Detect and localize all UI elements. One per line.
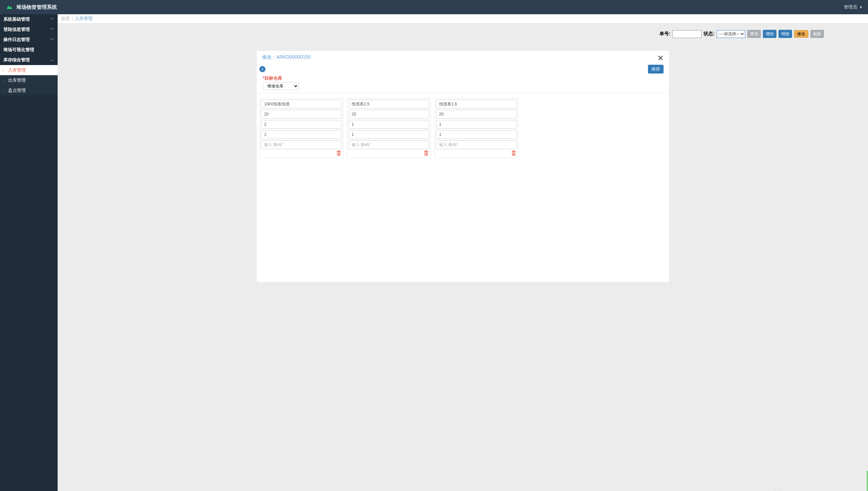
user-name: 管理员 xyxy=(844,4,857,10)
app-title: 堆场物资管理系统 xyxy=(16,4,57,11)
header-left: 堆场物资管理系统 xyxy=(5,3,57,11)
logo-icon xyxy=(5,3,13,11)
app-header: 堆场物资管理系统 管理员 ▼ xyxy=(0,0,868,14)
user-menu[interactable]: 管理员 ▼ xyxy=(844,4,863,10)
chevron-down-icon: ▼ xyxy=(859,5,863,9)
